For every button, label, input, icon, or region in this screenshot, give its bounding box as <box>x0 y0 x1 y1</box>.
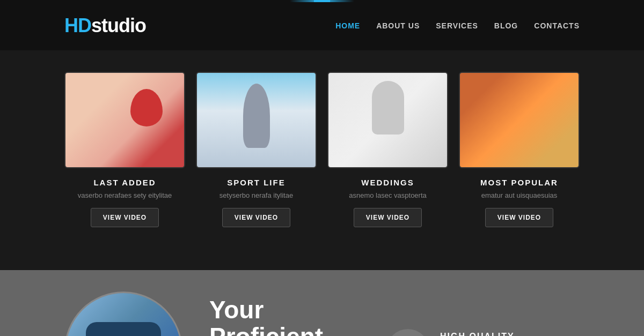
nav-item-contacts[interactable]: CONTACTS <box>534 21 580 30</box>
gallery-grid: LAST ADDED vaserbo nerafaes sety eitylit… <box>64 72 580 227</box>
gallery-desc-sport-life: setyserbo nerafa itylitae <box>219 191 293 199</box>
nav-item-home[interactable]: HOME <box>335 21 360 30</box>
tagline-line2: Proficient <box>209 323 354 336</box>
nav-item-blog[interactable]: BLOG <box>494 21 518 30</box>
view-video-button-most-popular[interactable]: VIEW VIDEO <box>485 208 553 227</box>
view-video-button-last-added[interactable]: VIEW VIDEO <box>91 208 159 227</box>
nav-item-services[interactable]: SERVICES <box>436 21 478 30</box>
site-header: HDstudio HOME ABOUT US SERVICES BLOG CON… <box>0 2 644 50</box>
gallery-title-sport-life: SPORT LIFE <box>227 178 285 187</box>
tagline-line1: Your <box>209 296 354 324</box>
gallery-desc-last-added: vaserbo nerafaes sety eitylitae <box>78 191 172 199</box>
gallery-item-sport-life: SPORT LIFE setyserbo nerafa itylitae VIE… <box>196 72 317 227</box>
gallery-desc-weddings: asnemo lasec vasptoerta <box>349 191 427 199</box>
quality-block: HIGH QUALITY Matseariti masertas lertyde… <box>440 332 580 336</box>
top-accent-bar <box>0 0 644 2</box>
tagline-block: Your Proficient digital solution <box>209 296 354 336</box>
gallery-item-last-added: LAST ADDED vaserbo nerafaes sety eitylit… <box>64 72 185 227</box>
gallery-image-wedding <box>327 72 448 168</box>
gallery-image-sport <box>196 72 317 168</box>
gallery-title-most-popular: MOST POPULAR <box>480 178 558 187</box>
gallery-desc-most-popular: ematur aut uisquaesuias <box>481 191 558 199</box>
portrait-circle <box>64 292 182 336</box>
gallery-image-popular <box>459 72 580 168</box>
right-panel: A HIGH QUALITY Matseariti masertas lerty… <box>386 329 580 336</box>
main-nav: HOME ABOUT US SERVICES BLOG CONTACTS <box>335 21 580 30</box>
gallery-image-strawberry <box>64 72 185 168</box>
gallery-title-weddings: WEDDINGS <box>361 178 414 187</box>
view-video-button-weddings[interactable]: VIEW VIDEO <box>354 208 422 227</box>
logo-studio: studio <box>91 14 146 36</box>
gallery-title-last-added: LAST ADDED <box>93 178 156 187</box>
logo-hd: HD <box>64 14 91 36</box>
gallery-item-most-popular: MOST POPULAR ematur aut uisquaesuias VIE… <box>459 72 580 227</box>
site-logo: HDstudio <box>64 14 146 37</box>
letter-badge: A <box>386 329 429 336</box>
promo-section: Your Proficient digital solution A HIGH … <box>0 270 644 336</box>
nav-item-about[interactable]: ABOUT US <box>376 21 420 30</box>
gallery-section: LAST ADDED vaserbo nerafaes sety eitylit… <box>0 50 644 270</box>
gallery-item-weddings: WEDDINGS asnemo lasec vasptoerta VIEW VI… <box>327 72 448 227</box>
view-video-button-sport-life[interactable]: VIEW VIDEO <box>222 208 290 227</box>
quality-title: HIGH QUALITY <box>440 332 580 336</box>
